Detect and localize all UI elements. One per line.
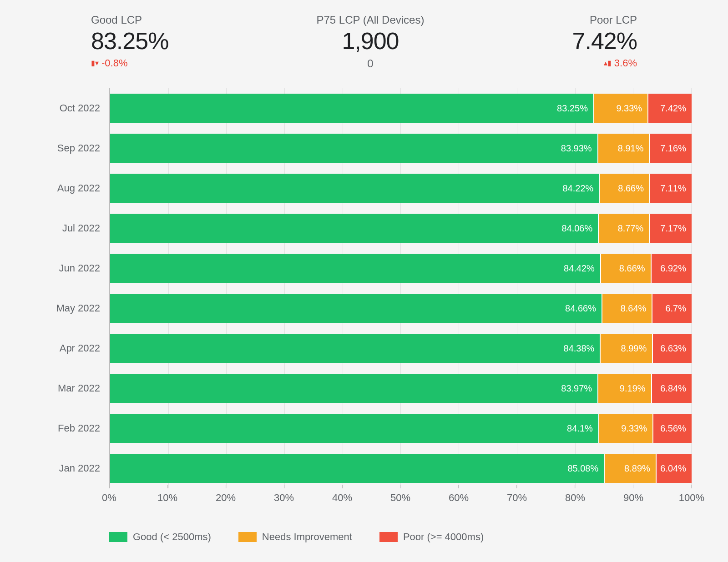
stacked-bar: 84.1%9.33%6.56% — [110, 414, 692, 443]
segment-ni: 9.33% — [599, 414, 653, 443]
segment-ni: 8.91% — [598, 134, 650, 163]
segment-good: 85.08% — [110, 454, 605, 483]
tick-mark — [167, 485, 168, 488]
segment-ni: 8.99% — [601, 334, 653, 363]
stacked-bar: 83.93%8.91%7.16% — [110, 134, 692, 163]
stacked-bar: 84.38%8.99%6.63% — [110, 334, 692, 363]
metric-value: 83.25% — [91, 27, 168, 55]
segment-good: 84.66% — [110, 294, 602, 323]
tick-mark — [575, 485, 575, 488]
stacked-bar: 84.42%8.66%6.92% — [110, 254, 692, 283]
legend-label: Poor (>= 4000ms) — [403, 531, 484, 543]
segment-good: 83.97% — [110, 374, 598, 403]
arrow-up-icon: ▴▮ — [604, 60, 612, 67]
segment-good: 83.93% — [110, 134, 598, 163]
x-axis: 0%10%20%30%40%50%60%70%80%90%100% — [109, 488, 692, 504]
stacked-bar: 83.97%9.19%6.84% — [110, 374, 692, 403]
legend: Good (< 2500ms) Needs Improvement Poor (… — [109, 531, 710, 543]
legend-label: Good (< 2500ms) — [133, 531, 211, 543]
bar-row: 85.08%8.89%6.04% — [110, 448, 692, 488]
y-axis-label: Sep 2022 — [36, 128, 100, 168]
segment-good: 84.42% — [110, 254, 601, 283]
y-axis-label: Jun 2022 — [36, 248, 100, 288]
bar-row: 83.25%9.33%7.42% — [110, 88, 692, 128]
stacked-bar: 84.06%8.77%7.17% — [110, 214, 692, 243]
segment-good: 84.22% — [110, 174, 600, 203]
y-axis-labels: Oct 2022Sep 2022Aug 2022Jul 2022Jun 2022… — [36, 88, 109, 488]
swatch-good — [109, 532, 127, 542]
legend-item-poor: Poor (>= 4000ms) — [379, 531, 484, 543]
segment-poor: 6.7% — [652, 294, 692, 323]
stacked-bar-chart: Oct 2022Sep 2022Aug 2022Jul 2022Jun 2022… — [36, 88, 692, 504]
bar-row: 84.38%8.99%6.63% — [110, 328, 692, 368]
metric-delta-text: 3.6% — [614, 57, 637, 69]
segment-good: 84.1% — [110, 414, 599, 443]
stacked-bar: 84.66%8.64%6.7% — [110, 294, 692, 323]
tick-mark — [633, 485, 633, 488]
y-axis-label: Jan 2022 — [36, 448, 100, 488]
stacked-bar: 85.08%8.89%6.04% — [110, 454, 692, 483]
segment-good: 84.06% — [110, 214, 599, 243]
tick-mark — [226, 485, 226, 488]
bar-row: 83.93%8.91%7.16% — [110, 128, 692, 168]
metric-value: 7.42% — [572, 27, 637, 55]
segment-ni: 9.33% — [594, 94, 648, 123]
metric-sub: 0 — [367, 57, 373, 70]
tick-mark — [400, 485, 400, 488]
arrow-down-icon: ▮▾ — [91, 60, 99, 67]
bar-row: 84.22%8.66%7.11% — [110, 168, 692, 208]
stacked-bar: 83.25%9.33%7.42% — [110, 94, 692, 123]
metric-p75-lcp: P75 LCP (All Devices) 1,900 0 — [316, 14, 424, 70]
y-axis-label: Mar 2022 — [36, 368, 100, 408]
bars-container: 83.25%9.33%7.42%83.93%8.91%7.16%84.22%8.… — [110, 88, 692, 488]
y-axis-label: May 2022 — [36, 288, 100, 328]
metric-delta: ▮▾ -0.8% — [91, 57, 127, 69]
segment-poor: 6.63% — [653, 334, 692, 363]
segment-poor: 6.04% — [657, 454, 692, 483]
segment-ni: 8.64% — [602, 294, 652, 323]
legend-item-needs-improvement: Needs Improvement — [238, 531, 352, 543]
bar-row: 83.97%9.19%6.84% — [110, 368, 692, 408]
segment-poor: 6.56% — [653, 414, 692, 443]
segment-good: 83.25% — [110, 94, 594, 123]
metric-poor-lcp: Poor LCP 7.42% ▴▮ 3.6% — [572, 14, 637, 70]
segment-poor: 6.84% — [652, 374, 692, 403]
tick-mark — [342, 485, 343, 488]
tick-mark — [109, 485, 110, 488]
segment-ni: 9.19% — [598, 374, 652, 403]
legend-item-good: Good (< 2500ms) — [109, 531, 211, 543]
segment-ni: 8.77% — [599, 214, 650, 243]
metric-value: 1,900 — [342, 27, 399, 55]
tick-mark — [691, 485, 692, 488]
tick-mark — [284, 485, 284, 488]
metric-label: Poor LCP — [590, 14, 637, 26]
segment-poor: 6.92% — [652, 254, 692, 283]
y-axis-label: Jul 2022 — [36, 208, 100, 248]
metric-delta: ▴▮ 3.6% — [604, 57, 637, 69]
metric-delta-text: -0.8% — [101, 57, 127, 69]
segment-ni: 8.66% — [601, 254, 652, 283]
bar-row: 84.1%9.33%6.56% — [110, 408, 692, 448]
segment-poor: 7.42% — [648, 94, 692, 123]
metric-good-lcp: Good LCP 83.25% ▮▾ -0.8% — [91, 14, 168, 70]
plot-area: 83.25%9.33%7.42%83.93%8.91%7.16%84.22%8.… — [109, 88, 692, 488]
swatch-poor — [379, 532, 398, 542]
tick-mark — [516, 485, 517, 488]
y-axis-label: Aug 2022 — [36, 168, 100, 208]
bar-row: 84.06%8.77%7.17% — [110, 208, 692, 248]
bar-row: 84.42%8.66%6.92% — [110, 248, 692, 288]
swatch-ni — [238, 532, 257, 542]
y-axis-label: Feb 2022 — [36, 408, 100, 448]
segment-good: 84.38% — [110, 334, 601, 363]
stacked-bar: 84.22%8.66%7.11% — [110, 174, 692, 203]
tick-mark — [458, 485, 459, 488]
y-axis-label: Apr 2022 — [36, 328, 100, 368]
metrics-row: Good LCP 83.25% ▮▾ -0.8% P75 LCP (All De… — [91, 14, 637, 70]
segment-ni: 8.66% — [600, 174, 650, 203]
x-axis-ticks: 0%10%20%30%40%50%60%70%80%90%100% — [109, 492, 692, 504]
bar-row: 84.66%8.64%6.7% — [110, 288, 692, 328]
segment-poor: 7.11% — [650, 174, 692, 203]
metric-label: Good LCP — [91, 14, 142, 26]
segment-poor: 7.16% — [650, 134, 692, 163]
legend-label: Needs Improvement — [262, 531, 352, 543]
